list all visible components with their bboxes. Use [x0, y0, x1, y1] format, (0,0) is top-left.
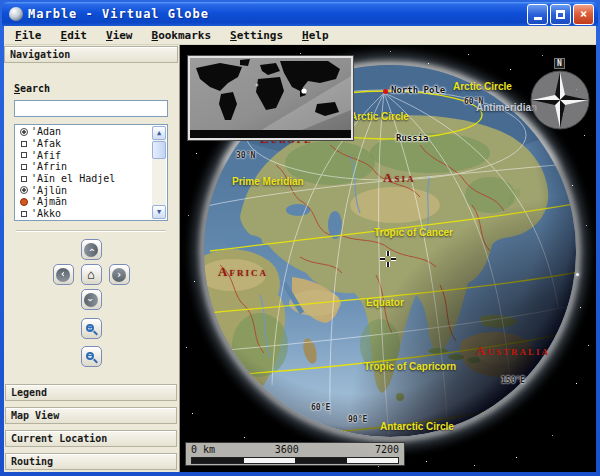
city-small-icon: [17, 211, 31, 217]
map-label-africa: Africa: [218, 264, 268, 280]
menu-view[interactable]: View: [99, 28, 140, 43]
map-label-arctic-circle-west: Arctic Circle: [350, 111, 409, 122]
arrow-right-icon: ›: [112, 268, 126, 282]
search-label: Search: [14, 83, 168, 94]
list-item[interactable]: 'Afrin: [17, 161, 151, 173]
close-button[interactable]: ×: [573, 4, 594, 25]
arrow-up-icon: ›: [84, 243, 98, 257]
list-scrollbar[interactable]: ▲ ▼: [152, 126, 166, 219]
move-right-button[interactable]: ›: [109, 264, 130, 285]
move-down-button[interactable]: ›: [81, 289, 102, 310]
sidebar: Navigation Search 'Adan 'Afak 'Afif 'Afr…: [4, 45, 180, 472]
menu-file[interactable]: File: [8, 28, 49, 43]
menu-help[interactable]: Help: [295, 28, 336, 43]
list-item[interactable]: 'Ajlūn: [17, 184, 151, 196]
overview-world-icon: [190, 58, 351, 138]
list-item[interactable]: 'Afif: [17, 149, 151, 161]
panel-header-map-view[interactable]: Map View: [5, 407, 177, 424]
map-label-asia: Asia: [383, 170, 415, 186]
navigation-panel: Search 'Adan 'Afak 'Afif 'Afrin 'Aïn el …: [4, 63, 178, 367]
separator: [16, 230, 166, 232]
arrow-down-icon: ›: [84, 293, 98, 307]
maximize-button[interactable]: [550, 4, 571, 25]
list-item[interactable]: 'Akko: [17, 208, 151, 220]
search-results-list[interactable]: 'Adan 'Afak 'Afif 'Afrin 'Aïn el Hadjel …: [14, 124, 168, 221]
map-label-150e: 150°E: [501, 376, 525, 385]
north-pole-marker: [383, 89, 388, 94]
map-label-antarctic-circle: Antarctic Circle: [380, 421, 454, 432]
menu-settings[interactable]: Settings: [223, 28, 290, 43]
title-bar[interactable]: Marble - Virtual Globe ×: [2, 2, 598, 26]
city-small-icon: [17, 141, 31, 147]
scale-end: 7200: [375, 444, 399, 455]
crosshair-icon: [378, 249, 398, 269]
minimize-button[interactable]: [527, 4, 548, 25]
overview-map[interactable]: [188, 56, 353, 140]
marble-app-icon: [9, 7, 23, 21]
app-window: Marble - Virtual Globe × File Edit View …: [0, 0, 600, 476]
scale-start: 0 km: [191, 444, 215, 455]
panel-header-legend[interactable]: Legend: [5, 384, 177, 401]
map-label-30n: 30°N: [236, 151, 255, 160]
city-small-icon: [17, 176, 31, 182]
map-label-tropic-of-cancer: Tropic of Cancer: [374, 227, 453, 238]
city-medium-icon: [17, 128, 31, 136]
zoom-in-button[interactable]: +: [81, 318, 102, 339]
menu-bar: File Edit View Bookmarks Settings Help: [4, 26, 596, 45]
list-item[interactable]: 'Aïn el Hadjel: [17, 173, 151, 185]
collapsed-panels: Legend Map View Current Location Routing: [4, 378, 178, 470]
globe-view[interactable]: North Pole Arctic Circle 60°N Antimeridi…: [180, 45, 596, 472]
map-label-antimeridian: Antimeridian: [476, 102, 537, 113]
scroll-thumb[interactable]: [152, 141, 166, 159]
scale-mid: 3600: [275, 444, 299, 455]
panel-header-routing[interactable]: Routing: [5, 453, 177, 470]
city-capital-icon: [17, 198, 31, 206]
compass-north-label: N: [554, 58, 565, 69]
window-title: Marble - Virtual Globe: [28, 7, 209, 21]
globe-navigation-controls: › › ⌂ › › + −: [14, 239, 168, 367]
home-button[interactable]: ⌂: [81, 264, 102, 285]
arrow-left-icon: ›: [56, 268, 70, 282]
scroll-down-icon[interactable]: ▼: [152, 205, 166, 219]
map-label-tropic-of-capricorn: Tropic of Capricorn: [364, 361, 456, 372]
city-small-icon: [17, 152, 31, 158]
marble-app-window: { "window": { "title": "Marble - Virtual…: [0, 0, 600, 476]
client-area: File Edit View Bookmarks Settings Help N…: [4, 26, 596, 472]
map-label-north-pole: North Pole: [391, 85, 445, 95]
map-label-90e: 90°E: [348, 415, 367, 424]
panel-header-navigation[interactable]: Navigation: [4, 46, 178, 63]
map-label-60e: 60°E: [311, 403, 330, 412]
zoom-in-icon: +: [86, 324, 96, 334]
close-icon: ×: [580, 7, 587, 21]
zoom-out-icon: −: [86, 352, 96, 362]
list-item[interactable]: 'Adan: [17, 126, 151, 138]
menu-edit[interactable]: Edit: [54, 28, 95, 43]
compass-icon[interactable]: [529, 69, 591, 131]
map-label-prime-meridian: Prime Meridian: [232, 176, 304, 187]
move-up-button[interactable]: ›: [81, 239, 102, 260]
scale-bar: 0 km 3600 7200: [185, 442, 405, 466]
move-left-button[interactable]: ›: [53, 264, 74, 285]
list-item[interactable]: 'Ajmān: [17, 196, 151, 208]
maximize-icon: [556, 10, 565, 19]
city-small-icon: [17, 164, 31, 170]
map-label-australia: Australia: [476, 343, 550, 359]
search-input[interactable]: [14, 100, 168, 117]
map-label-equator: Equator: [366, 297, 404, 308]
menu-bookmarks[interactable]: Bookmarks: [145, 28, 219, 43]
list-item[interactable]: 'Afak: [17, 138, 151, 150]
scroll-up-icon[interactable]: ▲: [152, 126, 166, 140]
home-icon: ⌂: [87, 268, 95, 281]
map-label-russia: Russia: [396, 133, 429, 143]
zoom-out-button[interactable]: −: [81, 346, 102, 367]
city-medium-icon: [17, 186, 31, 194]
map-label-arctic-circle-east: Arctic Circle: [453, 81, 512, 92]
minimize-icon: [534, 17, 542, 20]
panel-header-current-location[interactable]: Current Location: [5, 430, 177, 447]
scale-segments: [191, 457, 399, 464]
